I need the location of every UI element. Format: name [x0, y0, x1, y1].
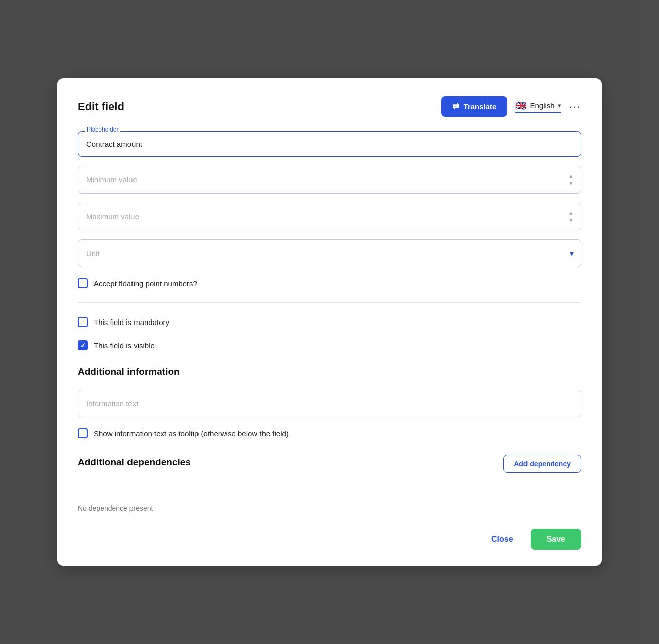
accept-floating-label: Accept floating point numbers?	[94, 279, 197, 288]
unit-field-group: ▾ Unit	[78, 239, 581, 267]
form-section: Placeholder ▲ ▼ ▲ ▼	[78, 131, 581, 512]
language-label: English	[530, 101, 554, 110]
unit-select[interactable]	[78, 240, 581, 267]
translate-button[interactable]: ⇄ Translate	[441, 96, 508, 117]
close-button[interactable]: Close	[483, 530, 521, 549]
mandatory-row: This field is mandatory	[78, 315, 581, 329]
max-increment-button[interactable]: ▲	[567, 210, 575, 216]
dependencies-heading: Additional dependencies	[78, 457, 191, 468]
modal-title: Edit field	[78, 100, 124, 113]
accept-floating-checkbox[interactable]	[78, 278, 88, 288]
translate-icon: ⇄	[452, 101, 459, 112]
placeholder-floating-label: Placeholder	[85, 126, 120, 133]
min-decrement-button[interactable]: ▼	[567, 180, 575, 187]
chevron-down-icon: ▾	[558, 102, 561, 109]
no-dependence-text: No dependence present	[78, 504, 581, 512]
visible-label: This field is visible	[94, 341, 155, 350]
modal-overlay: Edit field ⇄ Translate 🇬🇧 English ▾ ···	[0, 0, 659, 644]
accept-floating-row: Accept floating point numbers?	[78, 276, 581, 290]
placeholder-input[interactable]	[78, 131, 581, 157]
flag-icon: 🇬🇧	[515, 100, 526, 111]
visible-checkbox[interactable]	[78, 340, 88, 350]
divider-1	[78, 302, 581, 303]
max-value-spinner: ▲ ▼	[567, 210, 575, 224]
modal-footer: Close Save	[78, 529, 581, 550]
info-text-input[interactable]	[78, 390, 581, 417]
tooltip-label: Show information text as tooltip (otherw…	[94, 429, 289, 438]
tooltip-checkbox[interactable]	[78, 428, 88, 438]
more-options-button[interactable]: ···	[569, 100, 581, 113]
header-actions: ⇄ Translate 🇬🇧 English ▾ ···	[441, 96, 581, 117]
save-button[interactable]: Save	[531, 529, 581, 550]
min-value-input[interactable]	[78, 166, 581, 193]
max-value-field-group: ▲ ▼	[78, 203, 581, 230]
max-decrement-button[interactable]: ▼	[567, 217, 575, 224]
visible-row: This field is visible	[78, 338, 581, 352]
modal-header: Edit field ⇄ Translate 🇬🇧 English ▾ ···	[78, 96, 581, 117]
info-text-field-group	[78, 390, 581, 417]
dependencies-section-row: Additional dependencies Add dependency	[78, 455, 581, 473]
add-dependency-button[interactable]: Add dependency	[503, 455, 581, 473]
min-value-spinner: ▲ ▼	[567, 173, 575, 187]
mandatory-label: This field is mandatory	[94, 318, 169, 327]
max-value-input[interactable]	[78, 203, 581, 230]
placeholder-field-group: Placeholder	[78, 131, 581, 157]
language-selector[interactable]: 🇬🇧 English ▾	[515, 100, 561, 113]
mandatory-checkbox[interactable]	[78, 317, 88, 327]
tooltip-row: Show information text as tooltip (otherw…	[78, 426, 581, 440]
edit-field-modal: Edit field ⇄ Translate 🇬🇧 English ▾ ···	[57, 78, 602, 566]
min-value-field-group: ▲ ▼	[78, 166, 581, 194]
min-increment-button[interactable]: ▲	[567, 173, 575, 179]
divider-2	[78, 488, 581, 488]
additional-info-heading: Additional information	[78, 366, 581, 377]
